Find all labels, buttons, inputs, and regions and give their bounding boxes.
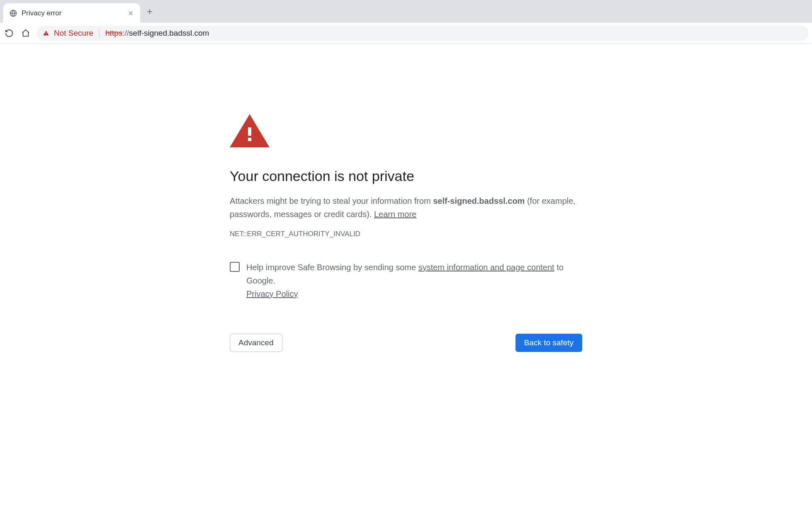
reload-icon[interactable]: [3, 27, 15, 39]
back-to-safety-button[interactable]: Back to safety: [515, 334, 582, 352]
browser-tab[interactable]: Privacy error: [3, 3, 140, 23]
safe-browsing-optin: Help improve Safe Browsing by sending so…: [230, 261, 582, 300]
home-icon[interactable]: [20, 27, 32, 39]
new-tab-button[interactable]: [143, 5, 157, 19]
separator: [99, 29, 100, 38]
svg-rect-2: [46, 34, 46, 34]
globe-icon: [9, 9, 17, 17]
body-host: self-signed.badssl.com: [433, 196, 525, 205]
optin-prefix: Help improve Safe Browsing by sending so…: [246, 263, 418, 272]
warning-triangle-icon: [42, 29, 50, 37]
button-row: Advanced Back to safety: [230, 334, 582, 352]
url-scheme: https: [105, 29, 122, 37]
address-bar[interactable]: Not Secure https://self-signed.badssl.co…: [36, 26, 809, 41]
danger-triangle-icon: [230, 114, 270, 147]
privacy-policy-link[interactable]: Privacy Policy: [246, 289, 298, 298]
learn-more-link[interactable]: Learn more: [374, 210, 416, 219]
tab-strip: Privacy error: [0, 0, 812, 23]
body-prefix: Attackers might be trying to steal your …: [230, 196, 433, 205]
interstitial-page: Your connection is not private Attackers…: [0, 44, 812, 352]
security-status-label: Not Secure: [54, 29, 93, 38]
optin-checkbox[interactable]: [230, 262, 240, 272]
interstitial-content: Your connection is not private Attackers…: [230, 114, 582, 352]
svg-rect-5: [248, 138, 251, 141]
svg-rect-4: [248, 127, 251, 136]
url-host: self-signed.badssl.com: [129, 29, 209, 37]
advanced-button[interactable]: Advanced: [230, 334, 282, 352]
close-icon[interactable]: [127, 10, 134, 17]
url-delimiter: ://: [122, 29, 129, 37]
url-text: https://self-signed.badssl.com: [105, 29, 209, 38]
interstitial-heading: Your connection is not private: [230, 168, 582, 184]
tab-title: Privacy error: [22, 9, 123, 17]
error-code: NET::ERR_CERT_AUTHORITY_INVALID: [230, 230, 582, 238]
interstitial-body: Attackers might be trying to steal your …: [230, 194, 582, 221]
optin-text: Help improve Safe Browsing by sending so…: [246, 261, 582, 300]
optin-link[interactable]: system information and page content: [418, 263, 554, 272]
toolbar: Not Secure https://self-signed.badssl.co…: [0, 23, 812, 44]
svg-rect-1: [46, 32, 46, 34]
